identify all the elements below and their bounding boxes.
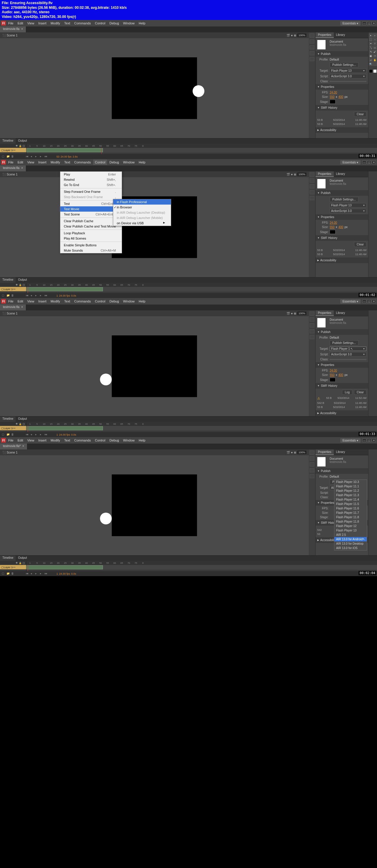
ruler-mark[interactable]: 35: [76, 145, 83, 147]
ruler-mark[interactable]: 25: [62, 145, 69, 147]
ruler-mark[interactable]: 45: [90, 145, 97, 147]
lasso-tool[interactable]: ○: [373, 38, 377, 41]
prev-frame-icon[interactable]: ◂: [31, 155, 34, 158]
strip-icon[interactable]: [310, 39, 314, 43]
line-tool[interactable]: ╲: [369, 46, 373, 50]
fps-value[interactable]: 24.00: [330, 91, 337, 94]
script-dropdown[interactable]: ActionScript 3.0▼: [330, 74, 367, 79]
ruler-mark[interactable]: 25: [62, 562, 69, 564]
ruler-mark[interactable]: 45: [90, 284, 97, 286]
menu-item-clear-publish-cache-and-test-movie[interactable]: Clear Publish Cache and Test Movie: [60, 224, 122, 229]
target-option[interactable]: Flash Player 12: [335, 524, 367, 528]
ruler-mark[interactable]: 45: [90, 562, 97, 564]
history-section[interactable]: ▼SWF History: [316, 105, 368, 111]
ruler-mark[interactable]: 40: [83, 284, 90, 286]
ruler-mark[interactable]: 55: [104, 145, 111, 147]
close-icon[interactable]: ×: [21, 27, 23, 31]
workspace-selector[interactable]: Essentials ▾: [340, 21, 360, 26]
output-tab[interactable]: Output: [16, 138, 29, 144]
strip-icon[interactable]: [310, 51, 314, 55]
menu-item-play[interactable]: PlayEnter: [60, 172, 122, 177]
transform-tool[interactable]: ⬚: [369, 38, 373, 41]
brush-tool[interactable]: 🖌: [373, 50, 377, 54]
menu-item-go-to-end[interactable]: Go To EndShift+.: [60, 182, 122, 188]
ruler-mark[interactable]: 40: [83, 423, 90, 425]
ruler-mark[interactable]: 75: [132, 423, 139, 425]
target-option[interactable]: Flash Player 10.3: [335, 480, 367, 484]
ruler-mark[interactable]: 55: [104, 284, 111, 286]
menu-item-mute-sounds[interactable]: Mute SoundsCtrl+Alt+M: [60, 248, 122, 253]
text-tool[interactable]: T: [373, 42, 377, 45]
target-option[interactable]: Flash Player 11.1: [335, 484, 367, 489]
target-option[interactable]: AIR 2.5: [335, 533, 367, 537]
target-option[interactable]: Flash Player 11.7: [335, 510, 367, 515]
menu-item-clear-publish-cache[interactable]: Clear Publish Cache: [60, 218, 122, 224]
menu-view[interactable]: View: [26, 21, 36, 26]
ruler-mark[interactable]: 65: [118, 562, 125, 564]
edit-symbol-icon[interactable]: ▾: [291, 34, 293, 37]
last-frame-icon[interactable]: ⏭: [45, 155, 48, 158]
ruler-mark[interactable]: 50: [97, 145, 104, 147]
menu-item-test[interactable]: TestCtrl+Enter: [60, 201, 122, 206]
frame-track[interactable]: [26, 148, 377, 153]
current-frame[interactable]: 53: [56, 155, 59, 158]
selection-tool[interactable]: ▸: [369, 33, 373, 37]
strip-icon[interactable]: [310, 33, 314, 38]
layer-row[interactable]: ▢ Layer 1 • •: [0, 148, 26, 153]
menu-item-enable-simple-buttons[interactable]: Enable Simple Buttons: [60, 243, 122, 248]
ruler-mark[interactable]: 60: [111, 145, 118, 147]
circle-shape[interactable]: [100, 513, 112, 524]
ruler-mark[interactable]: 75: [132, 145, 139, 147]
ruler-mark[interactable]: 5: [33, 145, 40, 147]
accessibility-section[interactable]: ▶Accessibility: [316, 127, 368, 133]
ruler-mark[interactable]: 30: [69, 562, 76, 564]
close-button[interactable]: ✕: [372, 22, 376, 25]
ruler-mark[interactable]: 35: [76, 562, 83, 564]
zoom-tool[interactable]: 🔍: [369, 62, 373, 66]
ruler-mark[interactable]: 20: [55, 284, 62, 286]
ruler-mark[interactable]: 15: [48, 284, 55, 286]
playhead[interactable]: [102, 148, 102, 154]
target-option[interactable]: Flash Player 11.2: [335, 489, 367, 493]
ruler-mark[interactable]: 30: [69, 284, 76, 286]
subselection-tool[interactable]: ▹: [373, 33, 377, 37]
target-option[interactable]: Flash Player 11.8: [335, 515, 367, 519]
strip-icon[interactable]: [310, 45, 314, 50]
zoom-icon[interactable]: ⊕: [294, 34, 296, 37]
width-value[interactable]: 550: [330, 95, 335, 98]
lock-icon[interactable]: 🔒: [19, 145, 22, 147]
strip-icon[interactable]: [310, 57, 314, 61]
stage-canvas[interactable]: [112, 474, 197, 536]
tool[interactable]: [373, 62, 377, 66]
ruler-mark[interactable]: 60: [111, 284, 118, 286]
ruler-mark[interactable]: 8: [139, 284, 146, 286]
ruler-mark[interactable]: 25: [62, 423, 69, 425]
menu-insert[interactable]: Insert: [36, 21, 48, 26]
ruler-mark[interactable]: 50: [97, 562, 104, 564]
target-option[interactable]: Flash Player 11.6: [335, 506, 367, 510]
circle-shape[interactable]: [100, 374, 112, 385]
log-button[interactable]: Log: [342, 390, 352, 395]
ruler-mark[interactable]: 20: [55, 562, 62, 564]
ruler-mark[interactable]: 5: [33, 423, 40, 425]
minimize-button[interactable]: —: [362, 22, 367, 25]
maximize-button[interactable]: ◻: [367, 22, 371, 25]
class-input[interactable]: [330, 81, 367, 82]
ruler-mark[interactable]: 1: [26, 562, 33, 564]
menu-item-loop-playback[interactable]: Loop Playback: [60, 230, 122, 236]
menu-debug[interactable]: Debug: [108, 21, 121, 26]
ruler-mark[interactable]: 70: [125, 423, 132, 425]
stage-canvas[interactable]: [112, 57, 197, 119]
ruler-mark[interactable]: 45: [90, 423, 97, 425]
outline-icon[interactable]: ▢: [23, 145, 25, 147]
bucket-tool[interactable]: ▣: [369, 54, 373, 58]
submenu-item-in-flash-professional[interactable]: in Flash Professional: [113, 199, 171, 205]
play-icon[interactable]: ▸: [35, 155, 39, 158]
target-option[interactable]: Flash Player 11.8: [335, 519, 367, 524]
target-option[interactable]: AIR 13.0 for Android ↖: [335, 537, 367, 541]
ruler-mark[interactable]: 70: [125, 284, 132, 286]
target-dropdown[interactable]: Flash Player 13▼: [330, 68, 367, 73]
pencil-tool[interactable]: ✎: [369, 50, 373, 54]
ruler-mark[interactable]: 10: [40, 284, 48, 286]
ruler-mark[interactable]: 40: [83, 145, 90, 147]
